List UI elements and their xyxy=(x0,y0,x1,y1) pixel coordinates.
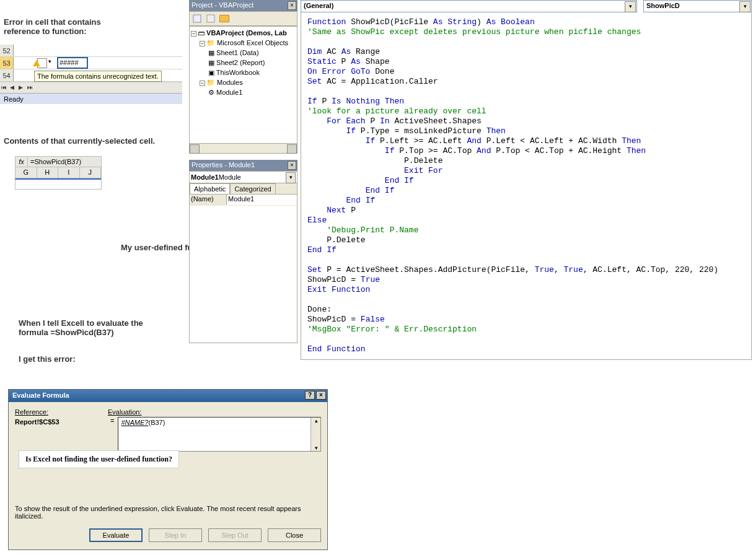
fx-icon[interactable]: fx xyxy=(15,157,28,167)
col-header[interactable]: J xyxy=(80,167,102,178)
hint-text: To show the result of the underlined exp… xyxy=(15,505,321,520)
prop-name-label: (Name) xyxy=(190,195,227,205)
evaluation-box: #NAME?(B37) xyxy=(118,417,321,452)
project-explorer-title: Project - VBAProject × xyxy=(189,0,297,11)
object-dropdown[interactable]: (General) xyxy=(301,0,637,12)
code-body[interactable]: Function ShowPicD(PicFile As String) As … xyxy=(301,12,752,360)
close-icon[interactable]: × xyxy=(316,391,326,400)
svg-rect-0 xyxy=(193,15,201,22)
properties-title: Properties - Module1 × xyxy=(189,160,297,171)
title-text: Project - VBAProject xyxy=(192,1,253,9)
close-icon[interactable]: × xyxy=(288,1,296,10)
view-code-icon[interactable] xyxy=(191,12,203,25)
row-header-selected[interactable]: 53 xyxy=(0,57,14,69)
nav-next-icon[interactable]: ▶ xyxy=(19,84,26,92)
error-tooltip: The formula contains unrecognized text. xyxy=(34,71,162,82)
folder-modules[interactable]: Modules xyxy=(217,79,243,86)
collapse-icon[interactable]: − xyxy=(191,31,196,37)
properties-grid: (Name) Module1 xyxy=(189,195,297,343)
project-root[interactable]: VBAProject (Demos, Lab xyxy=(206,29,287,37)
toggle-folders-icon[interactable] xyxy=(218,12,231,25)
procedure-dropdown[interactable]: ShowPicD xyxy=(643,0,752,12)
evaluate-button[interactable]: Evaluate xyxy=(89,528,143,542)
title-text: Properties - Module1 xyxy=(192,161,255,168)
vba-panels: Project - VBAProject × −🗃 VBAProject (De… xyxy=(189,0,297,353)
tab-categorized[interactable]: Categorized xyxy=(230,183,275,194)
error-expression: #NAME? xyxy=(121,419,148,426)
reference-label: Reference: xyxy=(15,408,108,416)
tree-sheet1[interactable]: Sheet1 (Data) xyxy=(216,49,258,56)
nav-first-icon[interactable]: ⏮ xyxy=(1,84,9,92)
row-header[interactable]: 52 xyxy=(0,45,14,56)
excel-error-snippet: 52 53 ▾ ##### 54 The formula contains un… xyxy=(0,45,182,104)
properties-panel: Properties - Module1 × Module1 Module Al… xyxy=(189,160,297,343)
view-object-icon[interactable] xyxy=(205,12,217,25)
cell-value: ##### xyxy=(57,57,88,69)
help-icon[interactable]: ? xyxy=(305,391,315,400)
formula-value[interactable]: =ShowPicd(B37) xyxy=(28,157,84,167)
scrollbar[interactable] xyxy=(310,418,320,451)
tree-thisworkbook[interactable]: ThisWorkbook xyxy=(216,69,260,76)
tree-sheet2[interactable]: Sheet2 (Report) xyxy=(216,59,265,66)
horizontal-scrollbar[interactable] xyxy=(189,144,297,154)
cell[interactable] xyxy=(14,45,182,56)
code-editor: (General) ShowPicD Function ShowPicD(Pic… xyxy=(301,0,752,360)
step-in-button[interactable]: Step In xyxy=(149,528,202,542)
col-header[interactable]: G xyxy=(15,167,37,178)
step-out-button[interactable]: Step Out xyxy=(208,528,262,542)
evaluate-formula-dialog: Evaluate Formula ? × Reference: Evaluati… xyxy=(8,389,328,550)
combo-type: Module xyxy=(219,173,241,181)
smart-tag-dropdown[interactable]: ▾ xyxy=(48,58,56,68)
equals-sign: = xyxy=(110,417,114,424)
nav-prev-icon[interactable]: ◀ xyxy=(10,84,17,92)
combo-name: Module1 xyxy=(191,173,219,181)
prop-name-value[interactable]: Module1 xyxy=(227,195,297,205)
sheet-nav: ⏮ ◀ ▶ ⏭ xyxy=(0,82,182,93)
evaluation-label: Evaluation: xyxy=(108,408,141,416)
svg-rect-1 xyxy=(207,15,214,22)
formula-bar-snippet: fx =ShowPicd(B37) G H I J xyxy=(15,156,102,190)
close-icon[interactable]: × xyxy=(288,161,296,170)
annotation-eval2: I get this error: xyxy=(19,354,76,364)
col-header[interactable]: I xyxy=(58,167,80,178)
tree-module1[interactable]: Module1 xyxy=(216,89,242,96)
folder-excel-objects[interactable]: Microsoft Excel Objects xyxy=(217,39,288,46)
annotation-contents: Contents of that currently-selected cell… xyxy=(4,136,155,146)
project-tree[interactable]: −🗃 VBAProject (Demos, Lab −📁 Microsoft E… xyxy=(189,26,297,144)
selected-cell[interactable]: ▾ ##### xyxy=(14,57,182,69)
dialog-titlebar: Evaluate Formula ? × xyxy=(9,390,327,402)
row-header[interactable]: 54 xyxy=(0,69,14,81)
close-button[interactable]: Close xyxy=(268,528,321,542)
collapse-icon[interactable]: − xyxy=(200,81,205,86)
tab-alphabetic[interactable]: Alphabetic xyxy=(190,183,230,194)
cell-row[interactable] xyxy=(15,178,102,190)
nav-last-icon[interactable]: ⏭ xyxy=(27,84,35,92)
expression-rest: (B37) xyxy=(148,419,165,426)
annotation-eval1: When I tell Excell to evaluate the formu… xyxy=(19,318,167,337)
error-smart-tag-icon[interactable] xyxy=(37,58,47,68)
status-bar: Ready xyxy=(0,93,182,104)
annotation-error: Error in cell that contains reference to… xyxy=(4,17,128,36)
collapse-icon[interactable]: − xyxy=(200,41,205,46)
project-toolbar xyxy=(189,11,297,26)
object-selector[interactable]: Module1 Module xyxy=(189,171,297,183)
reference-value: Report!$C$53 xyxy=(15,418,107,426)
dialog-title: Evaluate Formula xyxy=(12,392,69,399)
user-callout: Is Excel not finding the user-defined fu… xyxy=(19,450,179,468)
col-header[interactable]: H xyxy=(37,167,59,178)
